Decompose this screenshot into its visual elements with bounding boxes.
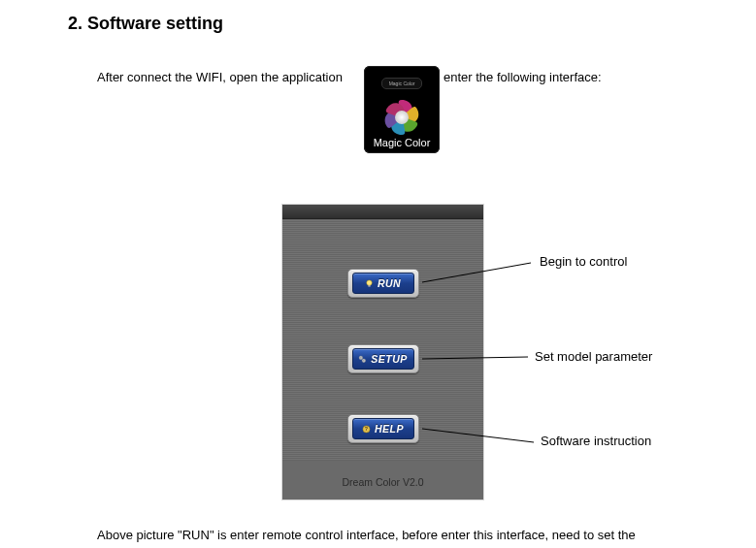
callout-setup: Set model parameter [535, 349, 652, 364]
run-button[interactable]: RUN [347, 269, 419, 298]
svg-rect-2 [368, 284, 370, 286]
app-icon-pill: Magic Color [381, 78, 422, 89]
page-root: 2. Software setting After connect the WI… [0, 0, 756, 548]
gears-icon [358, 355, 367, 364]
phone-version-text: Dream Color V2.0 [282, 476, 483, 488]
setup-button[interactable]: SETUP [347, 344, 419, 373]
app-icon: Magic Color Magic Color [364, 66, 440, 153]
help-button-inner: ? HELP [352, 418, 414, 439]
callout-help: Software instruction [541, 434, 651, 448]
run-button-inner: RUN [352, 273, 414, 294]
phone-statusbar [282, 205, 483, 219]
svg-point-1 [367, 279, 372, 284]
svg-point-0 [395, 111, 409, 124]
intro-right-text: enter the following interface: [444, 68, 602, 87]
setup-button-inner: SETUP [352, 348, 414, 370]
intro-line: After connect the WIFI, open the applica… [97, 68, 343, 87]
bottom-paragraph: Above picture "RUN" is enter remote cont… [97, 528, 636, 542]
help-icon: ? [362, 425, 371, 434]
help-button-label: HELP [375, 423, 404, 435]
app-icon-label: Magic Color [364, 137, 440, 148]
svg-point-5 [360, 357, 361, 358]
intro-left-text: After connect the WIFI, open the applica… [97, 68, 343, 87]
run-button-label: RUN [378, 277, 401, 289]
setup-button-label: SETUP [371, 353, 408, 365]
svg-text:?: ? [365, 426, 368, 432]
phone-screenshot: RUN SETUP ? HELP [282, 205, 483, 500]
intro-line-right-wrap: enter the following interface: [444, 68, 602, 87]
magic-color-icon [378, 93, 426, 142]
help-button[interactable]: ? HELP [347, 414, 419, 443]
bulb-icon [365, 279, 374, 288]
callout-run: Begin to control [540, 254, 627, 269]
section-heading: 2. Software setting [68, 14, 223, 34]
svg-point-6 [363, 360, 364, 361]
